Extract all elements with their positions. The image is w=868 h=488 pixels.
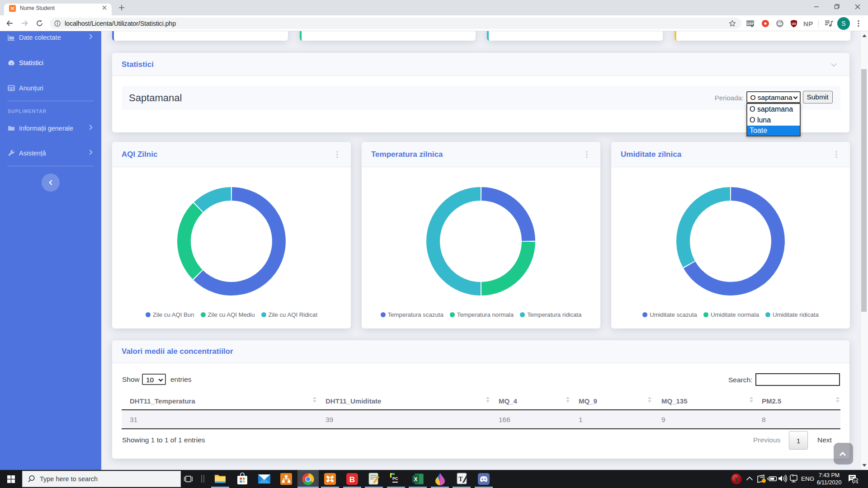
svg-text:T: T <box>458 476 463 483</box>
svg-text:18: 18 <box>853 479 858 483</box>
svg-text:UO: UO <box>792 22 796 25</box>
svg-text:X: X <box>414 476 417 483</box>
svg-text:B: B <box>349 475 355 484</box>
svg-text:PC: PC <box>392 476 398 481</box>
